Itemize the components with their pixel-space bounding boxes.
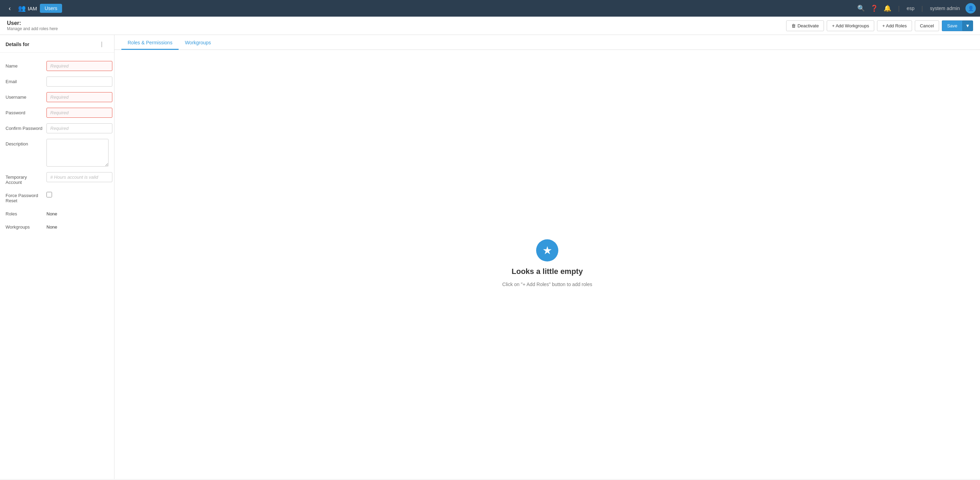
- users-icon: 👥: [18, 5, 25, 12]
- empty-state-subtitle: Click on "+ Add Roles" button to add rol…: [502, 282, 592, 287]
- name-input[interactable]: [46, 61, 112, 71]
- roles-label: Roles: [6, 209, 44, 217]
- page-title-block: User: Manage and add roles here: [7, 20, 58, 31]
- temp-account-input[interactable]: [46, 172, 112, 182]
- nav-back-button[interactable]: ‹: [4, 3, 15, 14]
- sidebar-header: Details for ⎸: [0, 41, 114, 53]
- sidebar: Details for ⎸ Name Email Username Passwo…: [0, 35, 115, 479]
- page-header: User: Manage and add roles here 🗑 Deacti…: [0, 17, 980, 35]
- username-label: Username: [6, 92, 44, 100]
- page-title: User:: [7, 20, 58, 26]
- description-field-row: Description: [0, 136, 114, 170]
- email-label: Email: [6, 76, 44, 84]
- trash-icon: 🗑: [791, 23, 796, 29]
- top-nav: ‹ 👥 IAM Users 🔍 ❓ 🔔 | esp | system admin…: [0, 0, 980, 17]
- force-password-reset-field-row: Force Password Reset: [0, 188, 114, 206]
- temp-account-label: Temporary Account: [6, 172, 44, 185]
- password-field-row: Password: [0, 105, 114, 120]
- confirm-password-input[interactable]: [46, 123, 112, 133]
- temp-account-field-row: Temporary Account: [0, 170, 114, 188]
- empty-star-icon: ★: [536, 239, 558, 261]
- password-input[interactable]: [46, 108, 112, 118]
- tab-roles-permissions[interactable]: Roles & Permissions: [121, 35, 178, 50]
- username-field-row: Username: [0, 89, 114, 105]
- iam-text: IAM: [28, 6, 37, 11]
- tabs-bar: Roles & Permissions Workgroups: [115, 35, 980, 50]
- email-input[interactable]: [46, 76, 112, 87]
- confirm-password-field-row: Confirm Password: [0, 120, 114, 136]
- workgroups-field-row: Workgroups None: [0, 219, 114, 232]
- email-field-row: Email: [0, 74, 114, 89]
- empty-state: ★ Looks a little empty Click on "+ Add R…: [115, 50, 980, 477]
- tab-workgroups[interactable]: Workgroups: [178, 35, 217, 50]
- language-label: esp: [907, 6, 915, 11]
- empty-state-title: Looks a little empty: [512, 267, 582, 276]
- add-roles-button[interactable]: + Add Roles: [877, 21, 912, 31]
- description-label: Description: [6, 139, 44, 146]
- save-dropdown-button[interactable]: ▼: [963, 21, 973, 31]
- nav-icons-group: 🔍 ❓ 🔔 | esp | system admin 👤: [857, 3, 976, 14]
- sidebar-title: Details for: [6, 41, 29, 47]
- force-password-reset-checkbox[interactable]: [46, 192, 52, 197]
- search-icon[interactable]: 🔍: [857, 5, 865, 12]
- description-input[interactable]: [46, 139, 108, 166]
- content-area: Roles & Permissions Workgroups ★ Looks a…: [115, 35, 980, 479]
- sidebar-collapse-button[interactable]: ⎸: [100, 41, 108, 48]
- username-input[interactable]: [46, 92, 112, 102]
- name-field-row: Name: [0, 58, 114, 74]
- page-subtitle: Manage and add roles here: [7, 26, 58, 31]
- roles-value: None: [46, 209, 57, 217]
- bell-icon[interactable]: 🔔: [884, 5, 891, 12]
- force-password-reset-label: Force Password Reset: [6, 190, 44, 203]
- workgroups-label: Workgroups: [6, 222, 44, 230]
- password-label: Password: [6, 108, 44, 115]
- roles-field-row: Roles None: [0, 206, 114, 219]
- iam-nav-label: 👥 IAM: [18, 5, 37, 12]
- nav-divider: |: [898, 5, 900, 12]
- deactivate-button[interactable]: 🗑 Deactivate: [786, 21, 824, 31]
- nav-divider-2: |: [921, 5, 923, 12]
- users-nav-button[interactable]: Users: [40, 4, 62, 13]
- save-button[interactable]: Save: [942, 21, 963, 31]
- add-workgroups-button[interactable]: + Add Workgroups: [827, 21, 874, 31]
- main-layout: Details for ⎸ Name Email Username Passwo…: [0, 35, 980, 479]
- page-actions: 🗑 Deactivate + Add Workgroups + Add Role…: [786, 21, 973, 31]
- save-button-group: Save ▼: [942, 21, 973, 31]
- avatar[interactable]: 👤: [966, 3, 976, 14]
- name-label: Name: [6, 61, 44, 68]
- workgroups-value: None: [46, 222, 57, 230]
- user-name-label: system admin: [930, 6, 960, 11]
- cancel-button[interactable]: Cancel: [915, 21, 939, 31]
- help-icon[interactable]: ❓: [870, 5, 878, 12]
- confirm-password-label: Confirm Password: [6, 123, 44, 131]
